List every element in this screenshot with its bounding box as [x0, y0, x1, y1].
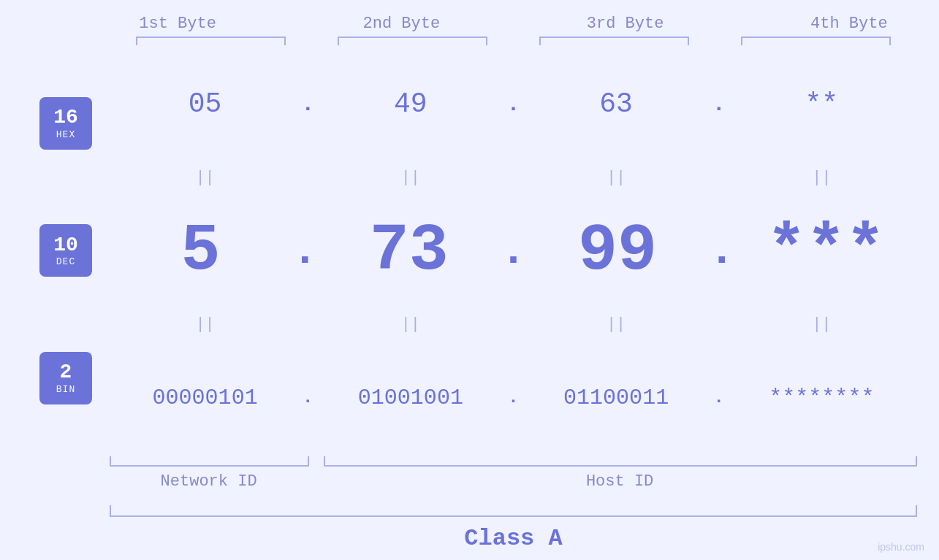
hex-value-2: 49 [394, 88, 427, 120]
bin-value-2: 01001001 [358, 386, 463, 410]
top-bracket-row [110, 33, 917, 45]
eq1-3: || [521, 169, 712, 187]
bin-cell-4: ******** [726, 386, 917, 410]
eq2-4: || [726, 315, 917, 334]
top-bracket-1 [110, 33, 311, 45]
dec-cell-3: 99 [527, 214, 709, 288]
dec-dot-3: . [709, 226, 735, 276]
top-bracket-3 [514, 33, 715, 45]
eq1-2: || [315, 169, 506, 187]
top-bracket-2 [311, 33, 513, 45]
labels-column: 16 HEX 10 DEC 2 BIN [22, 45, 110, 456]
bin-cell-3: 01100011 [521, 386, 712, 410]
hex-cell-1: 05 [110, 88, 300, 120]
bin-value-3: 01100011 [563, 386, 669, 410]
dec-value-4: *** [767, 214, 885, 288]
eq1-4: || [726, 169, 917, 187]
dec-value-2: 73 [370, 214, 449, 288]
byte-header-4: 4th Byte [737, 15, 939, 33]
dec-value-3: 99 [578, 214, 657, 288]
bin-dot-2: . [506, 388, 521, 407]
equals-row-2: || || || || [110, 310, 917, 339]
eq2-2: || [315, 315, 506, 334]
hex-row: 05 . 49 . 63 . ** [110, 45, 917, 163]
dec-row: 5 . 73 . 99 . *** [110, 192, 917, 310]
dec-value-1: 5 [181, 214, 221, 288]
bin-dot-3: . [712, 388, 726, 407]
network-id-label: Network ID [110, 472, 308, 502]
content-area: 16 HEX 10 DEC 2 BIN 05 . 49 [22, 45, 917, 456]
dec-dot-1: . [292, 226, 318, 276]
hex-dot-2: . [506, 92, 521, 117]
hex-cell-2: 49 [315, 88, 506, 120]
hex-value-1: 05 [189, 88, 222, 120]
dec-number: 10 [53, 234, 78, 257]
large-bracket-row [110, 505, 917, 520]
dec-cell-1: 5 [110, 214, 292, 288]
header-row: 1st Byte 2nd Byte 3rd Byte 4th Byte [66, 15, 939, 33]
id-labels-row: Network ID Host ID [110, 472, 917, 502]
id-spacer [308, 472, 322, 502]
byte-header-1: 1st Byte [66, 15, 289, 33]
hex-cell-3: 63 [521, 88, 712, 120]
hex-value-4: ** [805, 88, 839, 120]
bin-row: 00000101 . 01001001 . 01100011 . *******… [110, 339, 917, 456]
eq2-3: || [521, 315, 712, 334]
bracket-spacer-1 [309, 456, 324, 471]
dec-badge: 10 DEC [39, 224, 92, 277]
byte-header-3: 3rd Byte [514, 15, 737, 33]
dec-dot-2: . [500, 226, 526, 276]
bin-value-1: 00000101 [153, 386, 258, 410]
hex-dot-3: . [712, 92, 726, 117]
class-label: Class A [464, 525, 562, 552]
eq1-1: || [110, 169, 300, 187]
dec-label: DEC [56, 256, 75, 267]
host-bracket [324, 456, 917, 467]
bin-label: BIN [56, 384, 75, 395]
network-bracket [110, 456, 309, 467]
hex-value-3: 63 [599, 88, 633, 120]
class-label-row: Class A [110, 520, 917, 556]
watermark: ipshu.com [878, 541, 924, 553]
hex-dot-1: . [300, 92, 315, 117]
host-id-label: Host ID [322, 472, 917, 502]
hex-cell-4: ** [726, 88, 917, 120]
eq2-1: || [110, 315, 300, 334]
top-bracket-4 [715, 33, 917, 45]
bin-number: 2 [60, 361, 72, 384]
byte-header-2: 2nd Byte [289, 15, 513, 33]
bin-value-4: ******** [769, 386, 874, 410]
bin-dot-1: . [300, 388, 315, 407]
bin-badge: 2 BIN [39, 352, 92, 404]
main-container: 1st Byte 2nd Byte 3rd Byte 4th Byte 16 H… [0, 0, 939, 560]
dec-cell-4: *** [735, 214, 917, 288]
large-bracket [110, 505, 917, 517]
equals-row-1: || || || || [110, 163, 917, 192]
bin-cell-1: 00000101 [110, 386, 300, 410]
bin-cell-2: 01001001 [315, 386, 506, 410]
values-grid: 05 . 49 . 63 . ** || || [110, 45, 917, 456]
hex-number: 16 [53, 107, 78, 129]
bottom-bracket-row [110, 456, 917, 471]
dec-cell-2: 73 [318, 214, 500, 288]
hex-badge: 16 HEX [39, 97, 92, 150]
hex-label: HEX [56, 129, 75, 140]
